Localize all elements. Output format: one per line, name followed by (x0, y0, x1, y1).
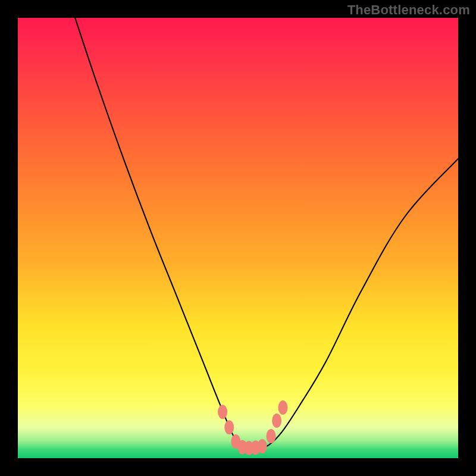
chart-svg (18, 18, 458, 458)
watermark-text: TheBottleneck.com (347, 2, 470, 18)
curve-path (75, 18, 458, 449)
marker-points (218, 400, 287, 455)
marker-dot (258, 439, 267, 453)
marker-dot (267, 429, 276, 443)
chart-frame: TheBottleneck.com (0, 0, 476, 476)
marker-dot (278, 400, 287, 415)
plot-area (18, 18, 458, 458)
marker-dot (218, 405, 227, 419)
marker-dot (272, 414, 281, 428)
marker-dot (224, 420, 234, 434)
bottleneck-curve (75, 18, 458, 449)
